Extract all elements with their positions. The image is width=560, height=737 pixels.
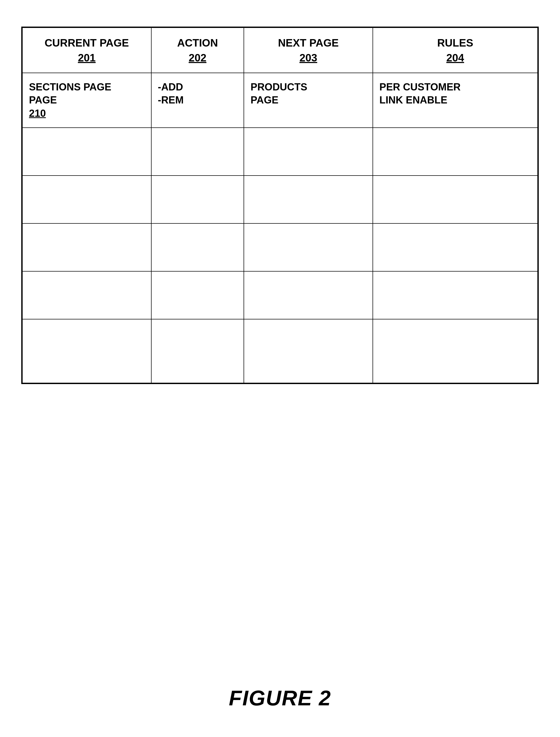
header-rules-title: RULES bbox=[378, 36, 532, 50]
cell-current-page-4 bbox=[22, 223, 151, 271]
sections-page-label: SECTIONS PAGE bbox=[29, 81, 111, 93]
header-current-page-number: 201 bbox=[28, 51, 146, 65]
header-row: CURRENT PAGE 201 ACTION 202 NEXT PAGE 20… bbox=[22, 28, 538, 73]
main-table-container: CURRENT PAGE 201 ACTION 202 NEXT PAGE 20… bbox=[21, 27, 539, 384]
cell-action-4 bbox=[151, 223, 244, 271]
rules-per-customer: PER CUSTOMER bbox=[379, 81, 461, 93]
cell-current-page-6 bbox=[22, 319, 151, 383]
figure-label: FIGURE 2 bbox=[229, 665, 331, 721]
page-label: PAGE bbox=[29, 94, 57, 106]
header-next-page-title: NEXT PAGE bbox=[249, 36, 367, 50]
table-row bbox=[22, 271, 538, 319]
action-rem: -REM bbox=[158, 94, 184, 106]
data-table: CURRENT PAGE 201 ACTION 202 NEXT PAGE 20… bbox=[22, 27, 538, 383]
header-rules-number: 204 bbox=[378, 51, 532, 65]
header-next-page-number: 203 bbox=[249, 51, 367, 65]
header-rules: RULES 204 bbox=[373, 28, 538, 73]
header-action: ACTION 202 bbox=[151, 28, 244, 73]
table-row bbox=[22, 176, 538, 223]
page-wrapper: CURRENT PAGE 201 ACTION 202 NEXT PAGE 20… bbox=[21, 16, 539, 721]
table-row bbox=[22, 319, 538, 383]
table-row bbox=[22, 223, 538, 271]
table-row bbox=[22, 128, 538, 176]
table-row: SECTIONS PAGE PAGE 210 -ADD -REM PRODUCT… bbox=[22, 73, 538, 128]
action-add: -ADD bbox=[158, 81, 183, 93]
cell-rules-3 bbox=[373, 176, 538, 223]
header-current-page: CURRENT PAGE 201 bbox=[22, 28, 151, 73]
cell-next-page-1: PRODUCTS PAGE bbox=[244, 73, 373, 128]
next-page-products: PRODUCTS bbox=[250, 81, 307, 93]
cell-action-1: -ADD -REM bbox=[151, 73, 244, 128]
cell-current-page-1: SECTIONS PAGE PAGE 210 bbox=[22, 73, 151, 128]
page-210: 210 bbox=[29, 108, 46, 119]
cell-current-page-3 bbox=[22, 176, 151, 223]
header-next-page: NEXT PAGE 203 bbox=[244, 28, 373, 73]
cell-rules-4 bbox=[373, 223, 538, 271]
header-action-title: ACTION bbox=[157, 36, 239, 50]
header-current-page-title: CURRENT PAGE bbox=[28, 36, 146, 50]
cell-next-page-6 bbox=[244, 319, 373, 383]
cell-action-5 bbox=[151, 271, 244, 319]
cell-rules-5 bbox=[373, 271, 538, 319]
cell-next-page-4 bbox=[244, 223, 373, 271]
cell-rules-1: PER CUSTOMER LINK ENABLE bbox=[373, 73, 538, 128]
next-page-page: PAGE bbox=[250, 94, 278, 106]
header-action-number: 202 bbox=[157, 51, 239, 65]
cell-action-2 bbox=[151, 128, 244, 176]
cell-current-page-5 bbox=[22, 271, 151, 319]
cell-action-3 bbox=[151, 176, 244, 223]
rules-link-enable: LINK ENABLE bbox=[379, 94, 447, 106]
cell-rules-6 bbox=[373, 319, 538, 383]
cell-current-page-2 bbox=[22, 128, 151, 176]
cell-action-6 bbox=[151, 319, 244, 383]
cell-next-page-5 bbox=[244, 271, 373, 319]
cell-next-page-2 bbox=[244, 128, 373, 176]
cell-rules-2 bbox=[373, 128, 538, 176]
cell-text: SECTIONS PAGE PAGE 210 bbox=[29, 81, 111, 119]
cell-next-page-3 bbox=[244, 176, 373, 223]
